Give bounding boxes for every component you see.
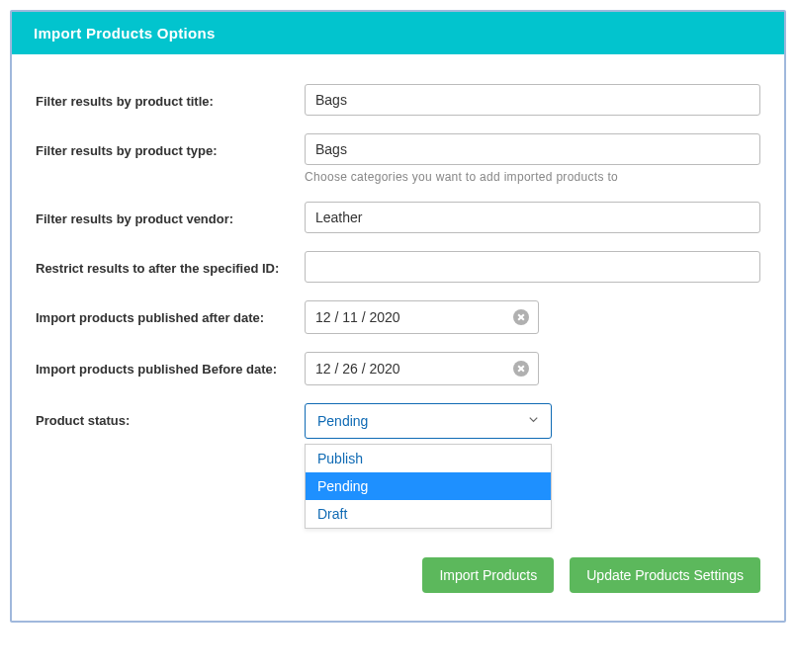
dropdown-item-draft[interactable]: Draft — [306, 500, 551, 528]
select-value: Pending — [317, 413, 368, 429]
label-published-before: Import products published Before date: — [36, 352, 305, 379]
label-filter-vendor: Filter results by product vendor: — [36, 202, 305, 229]
clear-icon[interactable] — [513, 309, 529, 325]
helper-filter-type: Choose categories you want to add import… — [305, 170, 760, 184]
date-wrap-after — [305, 300, 539, 334]
control-restrict-id — [305, 251, 760, 283]
button-row: Import Products Update Products Settings — [36, 557, 760, 593]
update-products-settings-button[interactable]: Update Products Settings — [570, 557, 760, 593]
input-published-after[interactable] — [305, 300, 539, 334]
row-published-before: Import products published Before date: — [36, 352, 760, 385]
control-filter-title — [305, 84, 760, 116]
panel-header: Import Products Options — [12, 12, 784, 54]
row-product-status: Product status: Pending Publish Pending … — [36, 403, 760, 439]
label-filter-title: Filter results by product title: — [36, 84, 305, 112]
control-published-after — [305, 300, 760, 334]
panel-body: Filter results by product title: Filter … — [12, 54, 784, 621]
clear-icon[interactable] — [513, 361, 529, 377]
row-filter-vendor: Filter results by product vendor: — [36, 202, 760, 233]
import-products-button[interactable]: Import Products — [422, 557, 554, 593]
dropdown-item-publish[interactable]: Publish — [306, 445, 551, 472]
label-product-status: Product status: — [36, 403, 305, 431]
dropdown-item-pending[interactable]: Pending — [306, 472, 551, 500]
date-wrap-before — [305, 352, 539, 385]
input-filter-title[interactable] — [305, 84, 760, 116]
input-filter-type[interactable] — [305, 133, 760, 165]
label-restrict-id: Restrict results to after the specified … — [36, 251, 305, 279]
input-published-before[interactable] — [305, 352, 539, 385]
select-display-product-status[interactable]: Pending — [305, 403, 552, 439]
select-product-status: Pending Publish Pending Draft — [305, 403, 552, 439]
row-published-after: Import products published after date: — [36, 300, 760, 334]
label-published-after: Import products published after date: — [36, 300, 305, 328]
row-filter-title: Filter results by product title: — [36, 84, 760, 116]
control-filter-vendor — [305, 202, 760, 233]
row-restrict-id: Restrict results to after the specified … — [36, 251, 760, 283]
row-filter-type: Filter results by product type: Choose c… — [36, 133, 760, 184]
control-filter-type: Choose categories you want to add import… — [305, 133, 760, 184]
input-filter-vendor[interactable] — [305, 202, 760, 233]
label-filter-type: Filter results by product type: — [36, 133, 305, 161]
dropdown-menu-product-status: Publish Pending Draft — [305, 444, 552, 529]
control-product-status: Pending Publish Pending Draft — [305, 403, 760, 439]
panel-title: Import Products Options — [34, 25, 216, 42]
chevron-down-icon — [526, 412, 541, 430]
import-products-panel: Import Products Options Filter results b… — [10, 10, 786, 623]
input-restrict-id[interactable] — [305, 251, 760, 283]
control-published-before — [305, 352, 760, 385]
